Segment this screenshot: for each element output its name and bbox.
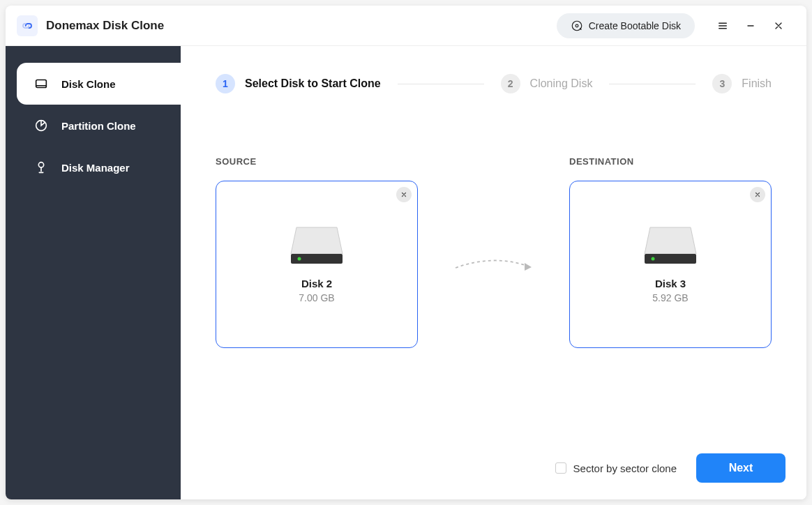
step-3: 3 Finish — [712, 74, 772, 93]
step-label: Cloning Disk — [530, 77, 593, 90]
close-icon — [773, 20, 784, 31]
sidebar: Disk Clone Partition Clone Disk Manager — [6, 46, 181, 499]
partition-clone-icon — [33, 118, 49, 133]
svg-point-7 — [298, 257, 301, 260]
next-button[interactable]: Next — [696, 453, 785, 483]
bootable-label: Create Bootable Disk — [589, 20, 681, 31]
sidebar-item-disk-clone[interactable]: Disk Clone — [17, 63, 181, 105]
minimize-button[interactable] — [737, 13, 765, 38]
sidebar-item-disk-manager[interactable]: Disk Manager — [6, 146, 181, 188]
sidebar-item-partition-clone[interactable]: Partition Clone — [6, 105, 181, 146]
hamburger-icon — [716, 20, 729, 32]
minimize-icon — [745, 20, 756, 31]
checkbox-icon — [555, 462, 566, 474]
body: Disk Clone Partition Clone Disk Manager — [6, 46, 806, 499]
step-number: 2 — [501, 74, 520, 93]
close-icon — [754, 191, 761, 198]
source-disk-card[interactable]: Disk 2 7.00 GB — [216, 181, 418, 348]
svg-point-10 — [652, 257, 655, 260]
step-divider — [398, 84, 484, 84]
close-window-button[interactable] — [765, 13, 792, 38]
app-title: Donemax Disk Clone — [46, 19, 557, 33]
svg-point-4 — [38, 163, 43, 167]
disk-selection-area: SOURCE Disk 2 7.00 GB — [181, 93, 806, 359]
source-column: SOURCE Disk 2 7.00 GB — [216, 156, 418, 348]
step-2: 2 Cloning Disk — [501, 74, 593, 93]
hard-drive-icon — [290, 226, 344, 265]
step-number: 1 — [216, 74, 235, 93]
clear-destination-button[interactable] — [750, 187, 765, 202]
source-disk-name: Disk 2 — [301, 278, 332, 289]
svg-point-1 — [576, 24, 578, 27]
step-label: Finish — [742, 77, 772, 90]
sidebar-item-label: Disk Clone — [61, 78, 116, 90]
disk-clone-icon — [33, 76, 49, 91]
app-logo — [17, 15, 38, 36]
footer: Sector by sector clone Next — [555, 453, 785, 483]
destination-column: DESTINATION Disk 3 5. — [569, 156, 772, 348]
destination-label: DESTINATION — [569, 156, 772, 167]
svg-marker-5 — [291, 227, 343, 254]
sidebar-item-label: Disk Manager — [61, 162, 130, 174]
arrow-indicator — [418, 156, 569, 359]
step-label: Select Disk to Start Clone — [245, 77, 381, 90]
clear-source-button[interactable] — [396, 187, 412, 202]
destination-disk-card[interactable]: Disk 3 5.92 GB — [569, 181, 772, 348]
disk-icon — [571, 20, 583, 32]
sector-by-sector-checkbox[interactable]: Sector by sector clone — [555, 462, 677, 474]
step-number: 3 — [712, 74, 732, 93]
destination-disk-size: 5.92 GB — [652, 292, 688, 303]
create-bootable-disk-button[interactable]: Create Bootable Disk — [557, 13, 695, 38]
menu-button[interactable] — [709, 13, 737, 38]
sidebar-item-label: Partition Clone — [61, 120, 136, 132]
destination-disk-name: Disk 3 — [655, 278, 686, 289]
svg-marker-8 — [645, 227, 696, 254]
close-icon — [400, 191, 407, 198]
arrow-icon — [452, 254, 536, 275]
step-1: 1 Select Disk to Start Clone — [216, 74, 381, 93]
source-disk-size: 7.00 GB — [299, 292, 334, 303]
step-divider — [609, 84, 696, 84]
titlebar: Donemax Disk Clone Create Bootable Disk — [6, 6, 806, 46]
stepper: 1 Select Disk to Start Clone 2 Cloning D… — [181, 46, 806, 93]
app-window: Donemax Disk Clone Create Bootable Disk — [6, 6, 806, 499]
disk-manager-icon — [33, 160, 49, 175]
source-label: SOURCE — [216, 156, 418, 167]
sector-label: Sector by sector clone — [573, 462, 677, 474]
hard-drive-icon — [643, 226, 698, 265]
link-icon — [21, 20, 33, 32]
main-content: 1 Select Disk to Start Clone 2 Cloning D… — [181, 46, 806, 499]
svg-rect-2 — [36, 80, 47, 88]
